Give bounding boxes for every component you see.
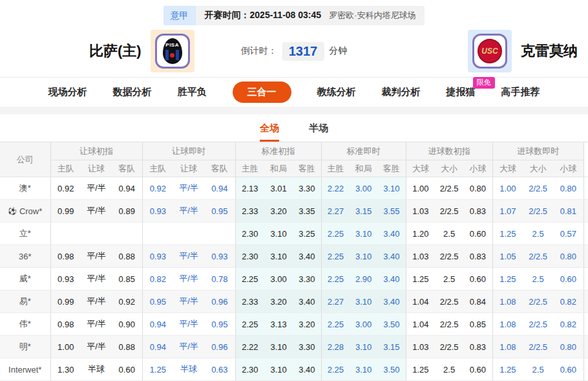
odds-cell[interactable]: 1.03 xyxy=(406,200,435,223)
odds-cell[interactable]: 2.5 xyxy=(435,268,463,290)
odds-cell[interactable]: 2.28 xyxy=(321,336,350,358)
odds-cell[interactable]: 3.10 xyxy=(350,223,377,245)
odds-cell[interactable]: 平/半 xyxy=(173,313,204,336)
odds-cell[interactable]: 1.25 xyxy=(492,268,523,290)
odds-cell[interactable]: 0.92 xyxy=(112,290,142,313)
odds-cell[interactable]: 2.22 xyxy=(321,177,350,200)
odds-cell[interactable]: 1.30 xyxy=(50,358,81,381)
odds-cell[interactable]: 2.30 xyxy=(235,358,264,381)
odds-cell[interactable]: 3.10 xyxy=(264,336,293,358)
odds-cell[interactable]: 2/2.5 xyxy=(523,313,553,336)
odds-cell[interactable]: 1.03 xyxy=(406,336,435,358)
odds-cell[interactable]: 0.57 xyxy=(553,223,583,245)
nav-tab-6[interactable]: 裁判分析 xyxy=(382,86,421,98)
odds-cell[interactable]: 0.94 xyxy=(204,177,235,200)
odds-cell[interactable]: 0.78 xyxy=(204,268,235,290)
company-cell[interactable]: 立* xyxy=(0,223,50,245)
odds-cell[interactable]: 2.13 xyxy=(235,177,264,200)
odds-cell[interactable]: 0.83 xyxy=(463,336,492,358)
odds-cell[interactable]: 0.82 xyxy=(142,268,173,290)
odds-cell[interactable]: 3.40 xyxy=(377,245,406,268)
odds-cell[interactable]: 平/半 xyxy=(173,290,204,313)
odds-cell[interactable]: 2.5 xyxy=(435,223,463,245)
odds-cell[interactable]: 0.95 xyxy=(204,200,235,223)
odds-cell[interactable]: 3.10 xyxy=(264,223,293,245)
company-cell[interactable]: 36* xyxy=(0,245,50,268)
odds-cell[interactable]: 1.08 xyxy=(492,336,523,358)
odds-cell[interactable]: 2.25 xyxy=(235,268,264,290)
odds-cell[interactable]: 3.50 xyxy=(377,358,406,381)
odds-cell[interactable]: 0.81 xyxy=(553,200,583,223)
odds-cell[interactable]: 0.60 xyxy=(553,358,583,381)
nav-tab-8[interactable]: 高手推荐 xyxy=(501,86,540,98)
odds-cell[interactable]: 3.01 xyxy=(264,177,293,200)
odds-cell[interactable]: 3.40 xyxy=(293,290,321,313)
odds-cell[interactable]: 0.60 xyxy=(463,223,492,245)
odds-cell[interactable]: 0.99 xyxy=(50,290,81,313)
odds-cell[interactable]: 0.80 xyxy=(553,245,583,268)
odds-cell[interactable]: 2/2.5 xyxy=(523,245,553,268)
odds-cell[interactable]: 1.05 xyxy=(492,245,523,268)
odds-cell[interactable]: 3.15 xyxy=(350,200,377,223)
odds-cell[interactable]: 2.22 xyxy=(235,336,264,358)
odds-cell[interactable]: 平/半 xyxy=(81,200,112,223)
odds-cell[interactable]: 0.94 xyxy=(142,336,173,358)
subtab-2[interactable]: 半场 xyxy=(309,122,328,142)
odds-cell[interactable]: 3.10 xyxy=(350,245,377,268)
odds-cell[interactable]: 2.25 xyxy=(235,313,264,336)
odds-cell[interactable]: 0.60 xyxy=(463,358,492,381)
odds-cell[interactable]: 2.25 xyxy=(321,223,350,245)
odds-cell[interactable]: 半球 xyxy=(173,358,204,381)
odds-cell[interactable]: 0.82 xyxy=(553,313,583,336)
odds-cell[interactable]: 3.40 xyxy=(377,268,406,290)
nav-tab-1[interactable]: 现场分析 xyxy=(48,86,87,98)
odds-cell[interactable]: 3.10 xyxy=(350,336,377,358)
odds-cell[interactable]: 0.94 xyxy=(112,177,142,200)
odds-cell[interactable]: 3.40 xyxy=(293,245,321,268)
odds-cell[interactable]: 3.13 xyxy=(264,313,293,336)
odds-cell[interactable]: 2.33 xyxy=(235,290,264,313)
odds-cell[interactable]: 3.40 xyxy=(377,223,406,245)
odds-cell[interactable]: 2.27 xyxy=(321,200,350,223)
odds-cell[interactable]: 0.98 xyxy=(50,313,81,336)
odds-cell[interactable]: 3.20 xyxy=(264,290,293,313)
odds-cell[interactable]: 1.04 xyxy=(406,313,435,336)
odds-cell[interactable]: 0.96 xyxy=(204,290,235,313)
odds-cell[interactable]: 3.40 xyxy=(377,290,406,313)
odds-cell[interactable]: 2.33 xyxy=(235,200,264,223)
odds-cell[interactable]: 2/2.5 xyxy=(435,336,463,358)
odds-cell[interactable]: 0.60 xyxy=(112,358,142,381)
odds-cell[interactable]: 0.90 xyxy=(112,313,142,336)
odds-cell[interactable]: 3.10 xyxy=(264,358,293,381)
odds-cell[interactable]: 0.94 xyxy=(142,313,173,336)
odds-cell[interactable]: 3.30 xyxy=(293,268,321,290)
odds-cell[interactable]: 0.98 xyxy=(50,245,81,268)
company-cell[interactable]: ⚽Crow* xyxy=(0,200,50,223)
nav-tab-4[interactable]: 三合一 xyxy=(233,82,291,103)
odds-cell[interactable]: 1.04 xyxy=(406,290,435,313)
odds-cell[interactable]: 0.95 xyxy=(142,290,173,313)
odds-cell[interactable]: 2/2.5 xyxy=(523,290,553,313)
odds-cell[interactable]: 平/半 xyxy=(81,313,112,336)
odds-cell[interactable]: 3.00 xyxy=(350,313,377,336)
odds-cell[interactable]: 0.93 xyxy=(50,268,81,290)
odds-cell[interactable]: 0.93 xyxy=(142,245,173,268)
odds-cell[interactable]: 2/2.5 xyxy=(435,200,463,223)
odds-cell[interactable]: 平/半 xyxy=(173,336,204,358)
odds-cell[interactable]: 2.25 xyxy=(321,313,350,336)
odds-cell[interactable]: 0.60 xyxy=(463,268,492,290)
odds-cell[interactable]: 2.5 xyxy=(435,358,463,381)
odds-cell[interactable]: 平/半 xyxy=(173,200,204,223)
odds-cell[interactable]: 2/2.5 xyxy=(435,177,463,200)
odds-cell[interactable]: 平/半 xyxy=(81,336,112,358)
odds-cell[interactable]: 1.25 xyxy=(142,358,173,381)
odds-cell[interactable]: 3.00 xyxy=(350,177,377,200)
odds-cell[interactable]: 2/2.5 xyxy=(435,290,463,313)
odds-cell[interactable]: 0.84 xyxy=(463,290,492,313)
odds-cell[interactable]: 1.08 xyxy=(492,313,523,336)
odds-cell[interactable]: 2.27 xyxy=(321,290,350,313)
odds-cell[interactable]: 0.85 xyxy=(463,313,492,336)
odds-cell[interactable]: 0.96 xyxy=(204,336,235,358)
odds-cell[interactable]: 0.88 xyxy=(112,336,142,358)
odds-cell[interactable]: 3.40 xyxy=(293,358,321,381)
